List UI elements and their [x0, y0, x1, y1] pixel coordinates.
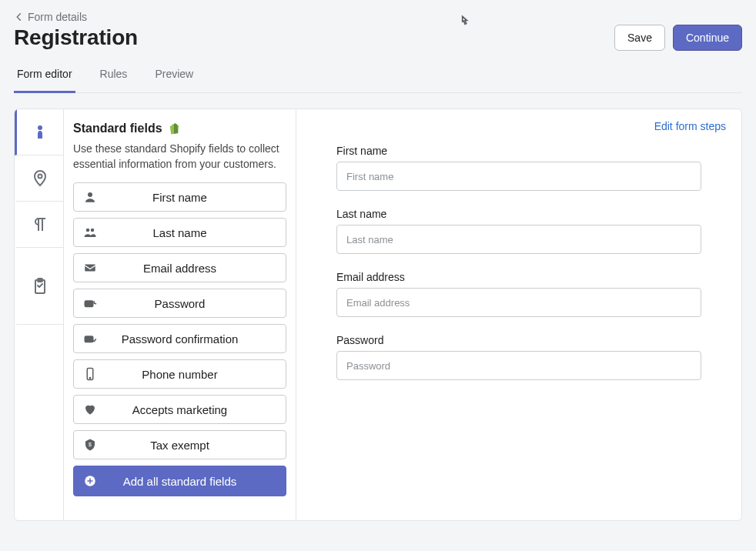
field-last-name[interactable]: Last name	[73, 218, 286, 247]
tab-preview[interactable]: Preview	[152, 62, 196, 93]
field-label: Tax exempt	[150, 439, 209, 452]
clipboard-icon	[31, 277, 49, 296]
rail-item-person[interactable]	[15, 109, 63, 155]
paragraph-icon	[31, 215, 49, 234]
shopify-icon	[167, 122, 181, 135]
svg-rect-9	[85, 336, 93, 342]
preview-field-email: Email address	[336, 271, 701, 317]
preview-panel: Edit form steps First name Last name Ema…	[296, 109, 741, 520]
svg-point-1	[38, 174, 42, 178]
rail-item-location[interactable]	[15, 155, 63, 202]
edit-form-steps-link[interactable]: Edit form steps	[654, 120, 726, 132]
svg-point-0	[38, 125, 42, 130]
add-all-standard-fields-button[interactable]: Add all standard fields	[73, 466, 286, 496]
svg-point-5	[86, 229, 90, 232]
tab-form-editor[interactable]: Form editor	[14, 62, 75, 93]
map-pin-icon	[31, 169, 49, 188]
lock-icon	[83, 296, 97, 310]
svg-rect-7	[85, 265, 95, 272]
side-rail	[15, 109, 64, 520]
field-label: Accepts marketing	[132, 403, 227, 416]
email-input[interactable]	[336, 288, 701, 317]
tab-rules[interactable]: Rules	[97, 62, 131, 93]
plus-circle-icon	[83, 474, 97, 488]
field-label: Password	[155, 297, 206, 310]
field-first-name[interactable]: First name	[73, 182, 286, 212]
preview-label: Password	[336, 334, 701, 346]
field-accepts-marketing[interactable]: Accepts marketing	[73, 395, 286, 424]
panel-description: Use these standard Shopify fields to col…	[73, 142, 286, 172]
continue-button[interactable]: Continue	[673, 25, 742, 51]
password-input[interactable]	[336, 351, 701, 380]
fields-panel: Standard fields Use these standard Shopi…	[64, 109, 296, 520]
preview-label: First name	[336, 145, 701, 157]
field-password-confirmation[interactable]: Password confirmation	[73, 324, 286, 353]
mail-icon	[83, 261, 97, 275]
last-name-input[interactable]	[336, 225, 701, 254]
first-name-input[interactable]	[336, 162, 701, 191]
rail-item-clipboard[interactable]	[15, 248, 63, 325]
field-label: First name	[152, 191, 207, 204]
field-label: Phone number	[142, 368, 217, 381]
person-icon	[31, 123, 49, 142]
breadcrumb-label: Form details	[28, 11, 87, 23]
preview-field-first-name: First name	[336, 145, 701, 191]
heart-icon	[83, 402, 97, 416]
editor-card: Standard fields Use these standard Shopi…	[14, 109, 742, 521]
panel-title: Standard fields	[73, 122, 162, 135]
tax-icon: $	[83, 438, 97, 452]
lock-check-icon	[83, 332, 97, 346]
save-button[interactable]: Save	[614, 25, 665, 51]
preview-field-password: Password	[336, 334, 701, 380]
svg-point-11	[89, 378, 91, 379]
preview-label: Email address	[336, 271, 701, 283]
field-phone[interactable]: Phone number	[73, 359, 286, 389]
svg-rect-8	[85, 301, 93, 307]
preview-label: Last name	[336, 208, 701, 220]
field-label: Email address	[143, 262, 216, 275]
field-label: Last name	[152, 226, 206, 239]
field-password[interactable]: Password	[73, 289, 286, 318]
chevron-left-icon	[14, 12, 25, 22]
add-all-label: Add all standard fields	[123, 475, 237, 488]
svg-point-4	[88, 192, 92, 197]
page-title: Registration	[14, 25, 138, 50]
preview-field-last-name: Last name	[336, 208, 701, 254]
field-tax-exempt[interactable]: $ Tax exempt	[73, 430, 286, 459]
breadcrumb[interactable]: Form details	[14, 11, 742, 23]
field-email[interactable]: Email address	[73, 253, 286, 282]
users-icon	[83, 225, 97, 239]
phone-icon	[83, 367, 97, 381]
tabs: Form editor Rules Preview	[14, 62, 742, 93]
user-icon	[83, 190, 97, 204]
svg-text:$: $	[89, 442, 92, 447]
rail-item-paragraph[interactable]	[15, 202, 63, 248]
field-label: Password confirmation	[122, 332, 239, 346]
svg-point-6	[91, 229, 95, 232]
